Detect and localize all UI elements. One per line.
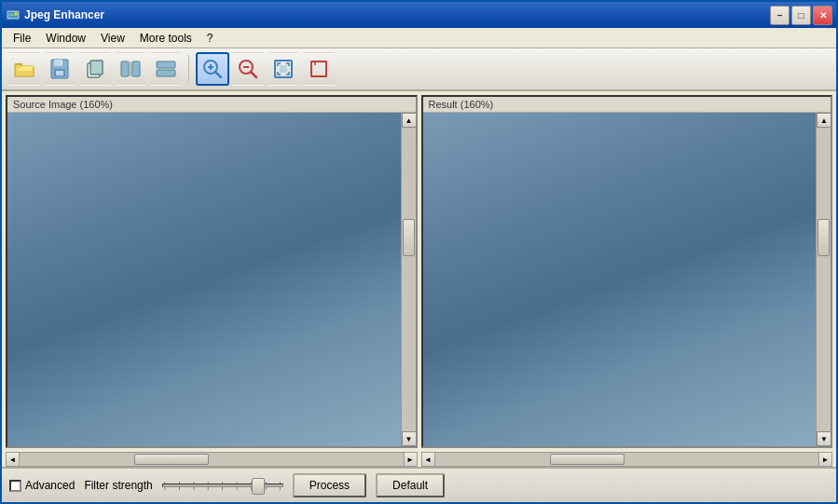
svg-rect-24: [280, 65, 287, 73]
menu-file[interactable]: File: [6, 30, 38, 47]
app-icon: [6, 7, 21, 22]
source-hscroll[interactable]: ◄ ►: [6, 452, 418, 467]
hscroll-row: ◄ ► ◄ ►: [2, 452, 836, 467]
copy-button[interactable]: [78, 52, 112, 86]
source-panel: Source Image (160%) ▲ ▼: [6, 95, 418, 448]
source-panel-title: Source Image (160%): [7, 97, 416, 113]
main-window: Jpeg Enhancer – □ ✕ File Window View Mor…: [0, 0, 838, 504]
source-image: [7, 113, 401, 446]
source-image-area: [7, 113, 401, 446]
side-by-side-button[interactable]: [114, 52, 147, 86]
menu-bar: File Window View More tools ?: [2, 28, 836, 48]
title-bar: Jpeg Enhancer – □ ✕: [2, 2, 836, 28]
result-vscroll: ▲ ▼: [816, 113, 831, 446]
toolbar-separator-1: [188, 55, 190, 83]
result-scroll-up[interactable]: ▲: [817, 113, 831, 128]
window-controls: – □ ✕: [770, 6, 832, 25]
result-hscroll-left[interactable]: ◄: [422, 453, 435, 466]
source-vscroll-track[interactable]: [402, 128, 416, 431]
open-button[interactable]: [7, 52, 41, 86]
menu-help[interactable]: ?: [199, 30, 221, 47]
result-panel-title: Result (160%): [423, 97, 831, 113]
close-button[interactable]: ✕: [813, 6, 832, 25]
result-hscroll[interactable]: ◄ ►: [421, 452, 833, 467]
slider-thumb[interactable]: [252, 478, 265, 495]
svg-rect-7: [56, 71, 63, 75]
source-viewport: ▲ ▼: [7, 113, 416, 446]
svg-line-19: [215, 72, 221, 77]
svg-rect-12: [132, 61, 140, 76]
toolbar: [2, 48, 836, 91]
svg-rect-11: [121, 61, 129, 76]
result-vscroll-track[interactable]: [817, 128, 831, 431]
result-image-area: [423, 113, 817, 446]
result-image: [423, 113, 817, 446]
bottom-bar: Advanced Filter strength | | | | | | | |…: [2, 467, 836, 502]
zoom-in-button[interactable]: [196, 52, 229, 86]
split-view-button[interactable]: [149, 52, 183, 86]
result-viewport: ▲ ▼: [423, 113, 831, 446]
result-panel: Result (160%) ▲ ▼: [421, 95, 833, 448]
source-vscroll-thumb[interactable]: [403, 219, 415, 256]
source-vscroll: ▲ ▼: [401, 113, 416, 446]
menu-view[interactable]: View: [93, 30, 132, 47]
restore-button[interactable]: □: [791, 6, 811, 25]
svg-rect-15: [157, 70, 175, 76]
result-hscroll-track[interactable]: [435, 453, 819, 466]
svg-line-22: [251, 72, 256, 77]
filter-strength-slider[interactable]: | | | | | | | | |: [162, 476, 283, 495]
panels-row: Source Image (160%) ▲ ▼ Result: [2, 91, 836, 452]
filter-strength-label: Filter strength: [84, 479, 152, 492]
svg-point-2: [15, 12, 18, 15]
default-button[interactable]: Default: [376, 473, 445, 497]
source-hscroll-track[interactable]: [20, 453, 404, 466]
menu-window[interactable]: Window: [38, 30, 93, 47]
svg-rect-10: [90, 61, 103, 75]
result-hscroll-right[interactable]: ►: [818, 453, 831, 466]
slider-track[interactable]: [162, 484, 283, 487]
source-scroll-down[interactable]: ▼: [402, 431, 416, 446]
result-hscroll-thumb[interactable]: [550, 454, 625, 465]
svg-rect-25: [311, 61, 326, 76]
menu-more-tools[interactable]: More tools: [132, 30, 199, 47]
svg-rect-14: [157, 61, 175, 68]
advanced-checkbox-container[interactable]: Advanced: [9, 479, 75, 492]
save-button[interactable]: [43, 52, 76, 86]
actual-size-button[interactable]: [302, 52, 336, 86]
source-hscroll-thumb[interactable]: [134, 454, 209, 465]
result-scroll-down[interactable]: ▼: [817, 431, 831, 446]
result-vscroll-thumb[interactable]: [817, 219, 830, 256]
main-content: Source Image (160%) ▲ ▼ Result: [2, 91, 836, 502]
minimize-button[interactable]: –: [770, 6, 790, 25]
source-hscroll-left[interactable]: ◄: [7, 453, 20, 466]
advanced-checkbox[interactable]: [9, 480, 21, 492]
advanced-label: Advanced: [25, 479, 75, 492]
process-button[interactable]: Process: [293, 473, 366, 497]
source-scroll-up[interactable]: ▲: [402, 113, 416, 128]
source-hscroll-right[interactable]: ►: [404, 453, 417, 466]
window-title: Jpeg Enhancer: [24, 8, 766, 21]
svg-rect-8: [61, 61, 62, 64]
zoom-out-button[interactable]: [231, 52, 265, 86]
fit-to-window-button[interactable]: [267, 52, 300, 86]
